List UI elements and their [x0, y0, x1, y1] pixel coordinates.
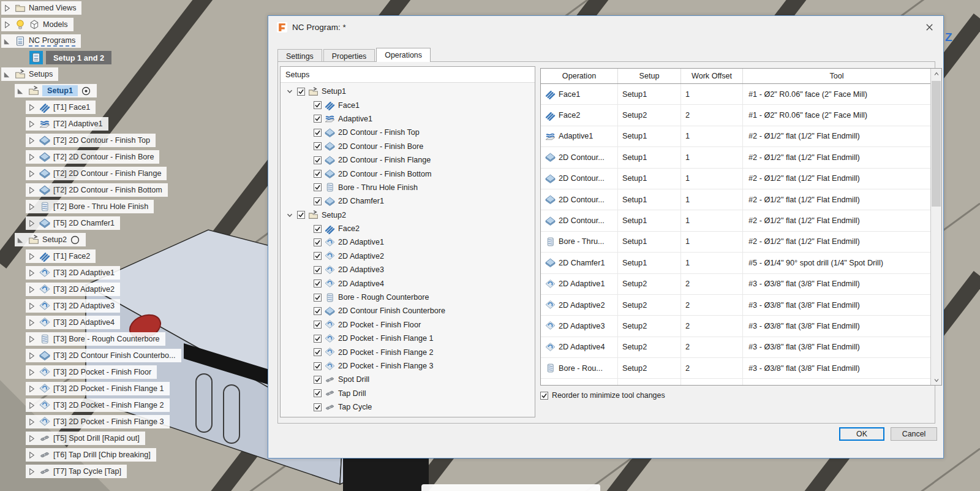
scrollbar-up-icon[interactable] [931, 69, 941, 79]
browser-item[interactable]: [T2] 2D Contour - Finish Flange [26, 167, 167, 180]
scrollbar-down-icon[interactable] [931, 375, 941, 385]
ok-button[interactable]: OK [839, 427, 884, 441]
table-row[interactable]: 2D Chamfer1Setup11#5 - Ø1/4" 90° spot dr… [541, 253, 930, 273]
operation-checkbox[interactable] [314, 307, 322, 315]
table-row[interactable]: 2D Contour...Setup22#3 - Ø3/8" flat (3/8… [541, 379, 930, 385]
operation-checkbox[interactable] [314, 403, 322, 411]
tab-properties[interactable]: Properties [323, 49, 375, 62]
browser-item[interactable]: Named Views [1, 1, 81, 15]
table-row[interactable]: 2D Adaptive2Setup22#3 - Ø3/8" flat (3/8"… [541, 295, 930, 316]
browser-item[interactable]: [T3] 2D Pocket - Finish Floor [26, 365, 157, 379]
table-row[interactable]: Bore - Rou...Setup22#3 - Ø3/8" flat (3/8… [541, 358, 930, 379]
table-scrollbar[interactable] [930, 69, 941, 385]
setups-tree-item[interactable]: 2D Contour - Finish Bottom [281, 167, 535, 180]
setups-tree-item[interactable]: Bore - Thru Hole Finish [281, 181, 535, 194]
reorder-checkbox-row[interactable]: Reorder to minimize tool changes [540, 391, 665, 400]
setups-tree-item[interactable]: 2D Adaptive4 [281, 276, 535, 290]
table-row[interactable]: 2D Adaptive3Setup22#3 - Ø3/8" flat (3/8"… [541, 316, 930, 337]
operation-checkbox[interactable] [314, 129, 322, 137]
browser-item[interactable]: [T3] 2D Pocket - Finish Flange 3 [26, 415, 170, 428]
browser-item[interactable]: [T1] Face1 [26, 101, 96, 114]
operation-checkbox[interactable] [314, 348, 322, 356]
close-icon[interactable] [924, 21, 935, 32]
browser-item[interactable]: [T3] 2D Contour Finish Counterbo... [26, 349, 181, 362]
browser-item[interactable]: [T5] 2D Chamfer1 [26, 216, 120, 230]
setups-tree-item[interactable]: Setup1 [281, 85, 535, 98]
tab-operations[interactable]: Operations [376, 48, 431, 62]
browser-item[interactable]: [T2] 2D Contour - Finish Top [26, 134, 156, 147]
operation-checkbox[interactable] [314, 280, 322, 287]
browser-item[interactable]: [T3] 2D Pocket - Finish Flange 1 [26, 382, 170, 395]
setups-tree-item[interactable]: Face2 [281, 222, 535, 235]
operation-checkbox[interactable] [314, 156, 322, 164]
browser-item[interactable]: [T6] Tap Drill [Chip breaking] [26, 448, 156, 462]
browser-item[interactable]: Models [1, 18, 74, 31]
setups-tree-item[interactable]: Bore - Rough Counterbore [281, 291, 535, 304]
setups-tree-item[interactable]: Spot Drill [281, 373, 535, 386]
browser-item[interactable]: Setup1 [15, 84, 97, 97]
operation-checkbox[interactable] [314, 115, 322, 123]
setups-tree-item[interactable]: 2D Contour - Finish Top [281, 126, 535, 139]
browser-item[interactable]: [T2] Bore - Thru Hole Finish [26, 200, 154, 213]
table-row[interactable]: Face1Setup11#1 - Ø2" R0.06" face (2" Fac… [541, 84, 930, 105]
tab-settings[interactable]: Settings [277, 49, 322, 62]
table-row[interactable]: 2D Adaptive1Setup22#3 - Ø3/8" flat (3/8"… [541, 274, 930, 295]
setups-tree-item[interactable]: 2D Contour Finish Counterbore [281, 304, 535, 318]
operation-checkbox[interactable] [314, 335, 322, 343]
setups-tree-item[interactable]: 2D Chamfer1 [281, 194, 535, 208]
setups-tree-item[interactable]: Setup2 [281, 208, 535, 222]
operation-checkbox[interactable] [314, 266, 322, 274]
setups-tree-item[interactable]: 2D Pocket - Finish Flange 2 [281, 345, 535, 359]
setups-tree-item[interactable]: 2D Pocket - Finish Flange 1 [281, 332, 535, 345]
browser-item[interactable]: [T1] Face2 [26, 249, 96, 263]
table-row[interactable]: Adaptive1Setup11#2 - Ø1/2" flat (1/2" Fl… [541, 126, 930, 147]
table-row[interactable]: 2D Contour...Setup11#2 - Ø1/2" flat (1/2… [541, 147, 930, 168]
browser-item[interactable]: [T3] Bore - Rough Counterbore [26, 332, 165, 346]
setups-tree-item[interactable]: 2D Adaptive1 [281, 235, 535, 249]
operation-checkbox[interactable] [314, 252, 322, 260]
setups-tree-item[interactable]: 2D Pocket - Finish Flange 3 [281, 359, 535, 373]
setups-tree-item[interactable]: 2D Contour - Finish Bore [281, 140, 535, 153]
browser-item[interactable]: [T2] 2D Contour - Finish Bottom [26, 183, 168, 197]
browser-item[interactable]: [T3] 2D Adaptive4 [26, 316, 120, 329]
setups-tree-item[interactable]: Tap Cycle [281, 400, 535, 414]
table-row[interactable]: Face2Setup22#1 - Ø2" R0.06" face (2" Fac… [541, 105, 930, 126]
browser-item[interactable]: [T7] Tap Cycle [Tap] [26, 465, 127, 478]
setups-tree-item[interactable]: 2D Adaptive3 [281, 263, 535, 276]
table-row[interactable]: 2D Contour...Setup11#2 - Ø1/2" flat (1/2… [541, 210, 930, 231]
operation-checkbox[interactable] [314, 197, 322, 205]
operation-checkbox[interactable] [297, 211, 305, 219]
browser-item[interactable]: [T2] 2D Contour - Finish Bore [26, 150, 159, 164]
operation-checkbox[interactable] [314, 294, 322, 302]
browser-item[interactable]: [T5] Spot Drill [Rapid out] [26, 432, 145, 445]
operation-checkbox[interactable] [314, 389, 322, 397]
table-row[interactable]: 2D Adaptive4Setup22#3 - Ø3/8" flat (3/8"… [541, 337, 930, 358]
operation-checkbox[interactable] [314, 142, 322, 150]
browser-item[interactable]: Setups [1, 67, 58, 81]
operation-checkbox[interactable] [314, 183, 322, 191]
operation-checkbox[interactable] [314, 376, 322, 384]
setups-tree-item[interactable]: Adaptive1 [281, 112, 535, 126]
operation-checkbox[interactable] [314, 238, 322, 246]
scrollbar-thumb[interactable] [932, 81, 941, 207]
operation-checkbox[interactable] [314, 321, 322, 329]
table-row[interactable]: Bore - Thru...Setup11#2 - Ø1/2" flat (1/… [541, 232, 930, 253]
browser-item[interactable]: Setup 1 and 2 [29, 51, 111, 64]
browser-item[interactable]: [T3] 2D Adaptive3 [26, 299, 120, 313]
browser-item[interactable]: NC Programs [1, 34, 81, 48]
reorder-checkbox[interactable] [540, 392, 548, 400]
browser-item[interactable]: [T3] 2D Adaptive2 [26, 283, 120, 296]
operation-checkbox[interactable] [314, 170, 322, 178]
operation-checkbox[interactable] [314, 225, 322, 233]
operation-checkbox[interactable] [297, 88, 305, 96]
table-row[interactable]: 2D Contour...Setup11#2 - Ø1/2" flat (1/2… [541, 189, 930, 210]
browser-item[interactable]: [T3] 2D Pocket - Finish Flange 2 [26, 398, 170, 412]
table-row[interactable]: 2D Contour...Setup11#2 - Ø1/2" flat (1/2… [541, 169, 930, 189]
operation-checkbox[interactable] [314, 101, 322, 109]
setups-tree-item[interactable]: 2D Adaptive2 [281, 249, 535, 263]
setups-tree-item[interactable]: 2D Contour - Finish Flange [281, 153, 535, 167]
setups-tree-item[interactable]: 2D Pocket - Finish Floor [281, 318, 535, 332]
setups-tree-item[interactable]: Face1 [281, 98, 535, 112]
dialog-titlebar[interactable]: NC Program: * [268, 16, 943, 38]
browser-item[interactable]: [T2] Adaptive1 [26, 117, 108, 131]
